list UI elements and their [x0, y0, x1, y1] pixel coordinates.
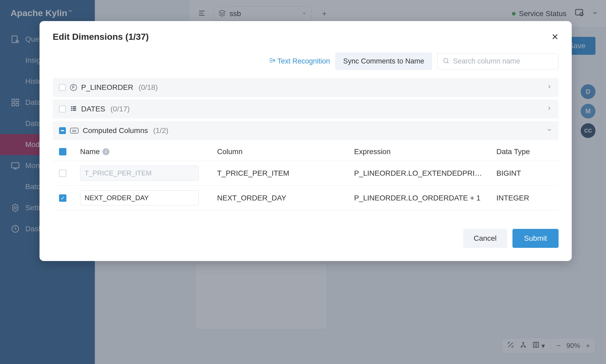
text-recognition-link[interactable]: Text Recognition: [268, 57, 330, 66]
layers-icon: [218, 9, 226, 18]
info-icon[interactable]: i: [102, 148, 109, 155]
cc-icon: cc: [70, 128, 79, 134]
search-field[interactable]: [437, 53, 559, 70]
group-name: DATES: [81, 105, 105, 113]
svg-rect-5: [16, 103, 19, 106]
cc-pill[interactable]: CC: [581, 123, 595, 138]
group-count: (1/2): [153, 126, 168, 135]
svg-marker-10: [219, 10, 225, 13]
nav-label: Data: [25, 98, 41, 107]
fact-table-icon: F: [70, 84, 77, 91]
svg-rect-21: [71, 108, 72, 109]
row-datatype: BIGINT: [496, 169, 552, 178]
insight-icon: [11, 56, 20, 65]
zoom-level: 90%: [566, 342, 580, 350]
select-all-checkbox[interactable]: [59, 148, 66, 155]
group-name: Computed Columns: [83, 126, 148, 135]
status-label: Service Status: [519, 9, 566, 18]
col-expression-header: Expression: [354, 147, 496, 156]
svg-rect-2: [12, 99, 14, 102]
group-count: (0/18): [139, 83, 158, 92]
group-checkbox[interactable]: [59, 106, 66, 112]
user-menu-chevron-icon[interactable]: [592, 10, 598, 18]
svg-rect-23: [71, 110, 72, 111]
query-icon: [11, 35, 20, 44]
row-checkbox[interactable]: ✓: [59, 194, 66, 202]
svg-point-15: [525, 346, 526, 347]
settings-icon[interactable]: [574, 8, 584, 19]
sync-comments-button[interactable]: Sync Comments to Name: [335, 52, 432, 70]
svg-point-14: [521, 346, 522, 347]
svg-rect-16: [534, 342, 539, 347]
project-select[interactable]: ssb: [214, 7, 311, 21]
chevron-right-icon: [546, 105, 552, 113]
nav-label: Data: [25, 119, 41, 128]
search-input[interactable]: [453, 57, 554, 65]
close-button[interactable]: ✕: [551, 32, 559, 42]
lookup-table-icon: [70, 105, 77, 113]
tree-icon[interactable]: [520, 341, 527, 350]
svg-rect-3: [16, 99, 19, 102]
row-column: NEXT_ORDER_DAY: [217, 194, 354, 202]
row-expression: P_LINEORDER.LO_EXTENDEDPRI…: [354, 169, 496, 178]
svg-marker-7: [13, 204, 18, 211]
svg-rect-20: [73, 106, 76, 107]
zoom-out-button[interactable]: −: [557, 342, 561, 350]
svg-rect-6: [12, 163, 19, 168]
col-name-header: Name: [80, 147, 100, 156]
text-recognition-label: Text Recognition: [277, 57, 330, 65]
dashboard-icon: [11, 224, 20, 234]
row-checkbox[interactable]: [59, 170, 66, 177]
svg-rect-4: [12, 103, 14, 106]
col-datatype-header: Data Type: [496, 147, 552, 156]
columns-icon[interactable]: ▾: [532, 341, 545, 350]
model-icon: [11, 140, 20, 149]
monitor-icon: [11, 161, 20, 170]
data-icon: [11, 98, 20, 107]
row-column: T_PRICE_PER_ITEM: [217, 169, 354, 178]
dimension-name-input[interactable]: [80, 190, 199, 205]
svg-rect-22: [73, 108, 76, 109]
measure-pill[interactable]: M: [581, 104, 595, 119]
add-project-button[interactable]: +: [319, 8, 329, 19]
chevron-down-icon: [302, 11, 307, 17]
svg-point-13: [523, 342, 524, 343]
project-name: ssb: [229, 9, 241, 18]
status-dot-icon: [512, 12, 516, 16]
datasource-icon: [11, 119, 20, 128]
search-icon: [442, 57, 450, 66]
svg-rect-19: [71, 106, 72, 107]
service-status[interactable]: Service Status: [512, 9, 566, 18]
svg-rect-24: [73, 110, 76, 111]
svg-rect-11: [576, 9, 583, 15]
canvas-panel[interactable]: [195, 250, 327, 329]
group-count: (0/17): [110, 105, 130, 113]
group-computed-columns[interactable]: cc Computed Columns (1/2): [53, 121, 559, 140]
submit-button[interactable]: Submit: [512, 229, 559, 248]
dimension-name-input[interactable]: [80, 166, 199, 181]
group-checkbox[interactable]: [59, 84, 66, 91]
dimension-row: ✓ NEXT_ORDER_DAY P_LINEORDER.LO_ORDERDAT…: [53, 186, 559, 210]
edit-dimensions-modal: Edit Dimensions (1/37) ✕ Text Recognitio…: [40, 21, 572, 261]
text-recog-icon: [268, 57, 275, 66]
zoom-in-button[interactable]: +: [586, 342, 590, 350]
group-dates[interactable]: DATES (0/17): [53, 100, 559, 119]
hamburger-icon[interactable]: [198, 9, 206, 18]
modal-title: Edit Dimensions (1/37): [53, 32, 149, 42]
history-icon: [11, 77, 20, 86]
dimension-pill[interactable]: D: [581, 84, 595, 99]
expand-icon[interactable]: [507, 341, 514, 350]
columns-table-header: Namei Column Expression Data Type: [53, 143, 559, 161]
chevron-right-icon: [546, 84, 552, 91]
svg-point-8: [14, 207, 17, 209]
group-name: P_LINEORDER: [81, 83, 133, 92]
batch-icon: [11, 182, 20, 191]
right-dock: D M CC: [581, 84, 595, 138]
dimension-row: T_PRICE_PER_ITEM P_LINEORDER.LO_EXTENDED…: [53, 161, 559, 186]
col-column-header: Column: [217, 147, 354, 156]
group-checkbox-indeterminate[interactable]: [59, 127, 66, 134]
row-expression: P_LINEORDER.LO_ORDERDATE + 1: [354, 194, 496, 202]
group-lineorder[interactable]: F P_LINEORDER (0/18): [53, 78, 559, 97]
cancel-button[interactable]: Cancel: [463, 229, 507, 248]
gear-icon: [11, 203, 20, 213]
